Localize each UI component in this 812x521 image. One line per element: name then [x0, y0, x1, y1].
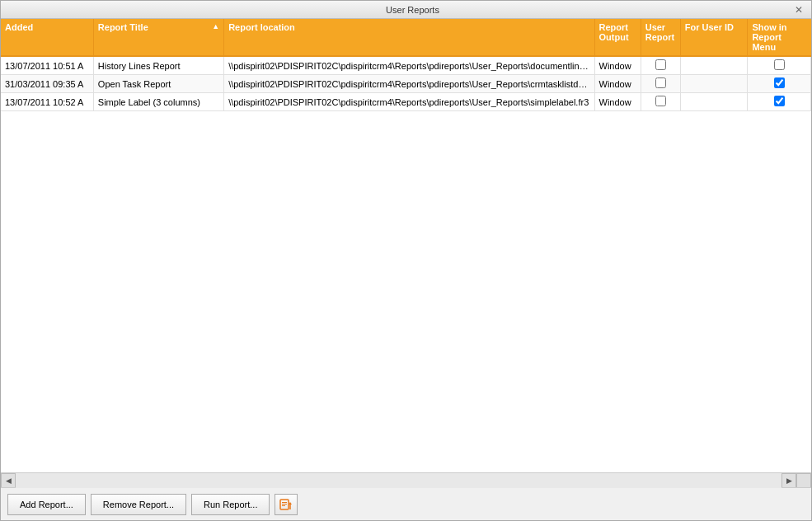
cell-show-checkbox[interactable]: [774, 59, 785, 70]
horizontal-scrollbar[interactable]: ◀ ▶: [1, 472, 811, 487]
table-header-row: Added Report Title ▲ Report location Rep…: [1, 19, 811, 56]
cell-location: \\pdispirit02\PDISPIRIT02C\pdispiritcrm4…: [224, 56, 594, 75]
cell-location: \\pdispirit02\PDISPIRIT02C\pdispiritcrm4…: [224, 93, 594, 111]
cell-show[interactable]: [748, 93, 811, 111]
cell-for-user: [680, 56, 748, 75]
col-header-show[interactable]: Show in Report Menu: [748, 19, 811, 56]
cell-user-report[interactable]: [641, 75, 680, 93]
svg-rect-3: [282, 505, 285, 506]
cell-title: History Lines Report: [93, 56, 223, 75]
cell-added: 13/07/2011 10:51 A: [1, 56, 93, 75]
svg-rect-1: [282, 502, 287, 503]
col-header-user-report[interactable]: User Report: [641, 19, 680, 56]
cell-for-user: [680, 75, 748, 93]
cell-user-report[interactable]: [641, 93, 680, 111]
col-header-for-user[interactable]: For User ID: [680, 19, 748, 56]
col-header-title[interactable]: Report Title ▲: [93, 19, 223, 56]
table-row[interactable]: 13/07/2011 10:51 AHistory Lines Report\\…: [1, 56, 811, 75]
main-window: User Reports ✕ Added Report Title ▲: [0, 0, 812, 521]
scroll-track[interactable]: [16, 473, 781, 488]
cell-output: Window: [594, 93, 641, 111]
svg-rect-2: [282, 504, 287, 505]
export-icon: [279, 498, 293, 511]
scroll-corner: [796, 473, 811, 488]
scroll-left-button[interactable]: ◀: [1, 473, 16, 488]
title-bar: User Reports ✕: [1, 1, 811, 19]
cell-for-user: [680, 93, 748, 111]
sort-arrow-title: ▲: [212, 22, 219, 31]
cell-show[interactable]: [748, 75, 811, 93]
window-title: User Reports: [32, 5, 793, 15]
table-row[interactable]: 31/03/2011 09:35 AOpen Task Report\\pdis…: [1, 75, 811, 93]
cell-location: \\pdispirit02\PDISPIRIT02C\pdispiritcrm4…: [224, 75, 594, 93]
footer: Add Report... Remove Report... Run Repor…: [1, 487, 811, 520]
add-report-button[interactable]: Add Report...: [7, 494, 86, 515]
table-row[interactable]: 13/07/2011 10:52 ASimple Label (3 column…: [1, 93, 811, 111]
col-header-location[interactable]: Report location: [224, 19, 594, 56]
cell-show[interactable]: [748, 56, 811, 75]
cell-title: Open Task Report: [93, 75, 223, 93]
col-header-output[interactable]: Report Output: [594, 19, 641, 56]
close-button[interactable]: ✕: [793, 4, 805, 16]
cell-user-report-checkbox[interactable]: [655, 59, 666, 70]
cell-title: Simple Label (3 columns): [93, 93, 223, 111]
scroll-right-button[interactable]: ▶: [781, 473, 796, 488]
cell-user-report-checkbox[interactable]: [655, 96, 666, 106]
cell-show-checkbox[interactable]: [774, 96, 785, 106]
cell-output: Window: [594, 75, 641, 93]
table-container: Added Report Title ▲ Report location Rep…: [1, 19, 811, 472]
reports-table: Added Report Title ▲ Report location Rep…: [1, 19, 811, 111]
remove-report-button[interactable]: Remove Report...: [91, 494, 186, 515]
table-body: 13/07/2011 10:51 AHistory Lines Report\\…: [1, 56, 811, 111]
cell-added: 31/03/2011 09:35 A: [1, 75, 93, 93]
cell-output: Window: [594, 56, 641, 75]
export-icon-button[interactable]: [275, 494, 298, 515]
cell-user-report[interactable]: [641, 56, 680, 75]
run-report-button[interactable]: Run Report...: [191, 494, 270, 515]
col-header-added[interactable]: Added: [1, 19, 93, 56]
cell-added: 13/07/2011 10:52 A: [1, 93, 93, 111]
cell-show-checkbox[interactable]: [774, 77, 785, 88]
cell-user-report-checkbox[interactable]: [655, 77, 666, 88]
